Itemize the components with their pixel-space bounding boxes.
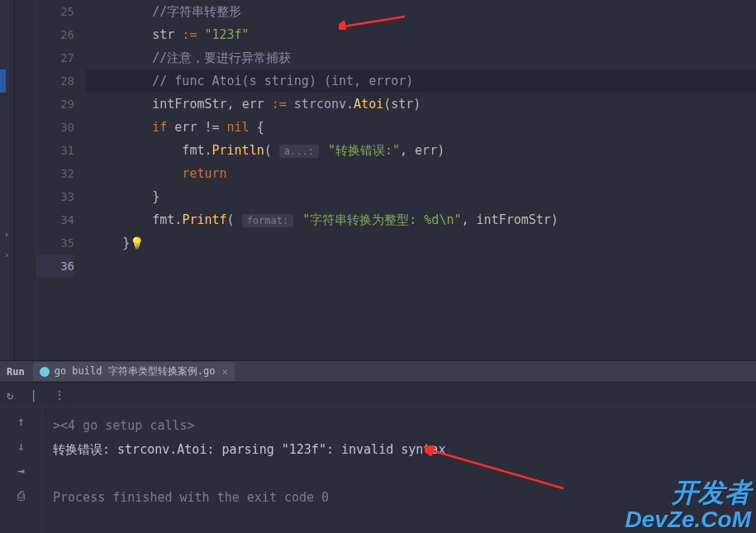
token: fmt. xyxy=(152,143,212,158)
code-line[interactable]: } xyxy=(86,185,756,208)
line-number: 26 xyxy=(37,23,74,46)
watermark-en: DevZe.CoM xyxy=(625,507,751,531)
line-number: 27 xyxy=(37,46,74,69)
token: str xyxy=(391,97,413,112)
token: err xyxy=(242,97,272,112)
token: Printf xyxy=(182,212,226,227)
token: // func Atoi(s string) (int, error) xyxy=(152,74,413,88)
token: ( xyxy=(383,97,391,112)
scroll-up-icon[interactable]: ↑ xyxy=(17,414,25,429)
token: Atoi xyxy=(354,97,383,112)
run-tool-window: Run go build 字符串类型转换案例.go × ↻ | ⋮ ↑ ↓ ⇥ … xyxy=(0,361,756,533)
code-line[interactable]: fmt.Println( a...: "转换错误:", err) xyxy=(86,139,756,162)
code-line[interactable] xyxy=(86,255,756,278)
token xyxy=(287,97,294,112)
rerun-icon[interactable]: ↻ xyxy=(7,388,13,402)
line-number: 36 xyxy=(37,255,74,278)
token: Println xyxy=(212,143,264,158)
run-tab[interactable]: go build 字符串类型转换案例.go × xyxy=(33,362,235,381)
token: ) xyxy=(413,97,421,112)
console-row: ↑ ↓ ⇥ ⎙ ><4 go setup calls>转换错误: strconv… xyxy=(0,407,756,533)
token: nil xyxy=(227,120,250,135)
console-side-actions: ↑ ↓ ⇥ ⎙ xyxy=(0,407,43,533)
more-icon[interactable]: ⋮ xyxy=(54,388,68,402)
token: //注意，要进行异常捕获 xyxy=(152,50,291,65)
line-number-gutter: 252627282930313233343536 xyxy=(37,0,86,360)
breakpoint-stripe[interactable] xyxy=(0,69,6,93)
watermark: 开发者 DevZe.CoM xyxy=(625,479,751,531)
line-number: 34 xyxy=(37,208,74,231)
close-icon[interactable]: × xyxy=(221,366,227,378)
code-line[interactable]: str := "123f" xyxy=(86,23,756,46)
token: "字符串转换为整型: %d\n" xyxy=(302,212,461,227)
token: //字符串转整形 xyxy=(152,4,241,19)
line-number: 30 xyxy=(37,116,74,139)
line-number: 35 xyxy=(37,231,74,255)
code-line[interactable]: if err != nil { xyxy=(86,116,756,139)
token: intFromStr xyxy=(152,97,226,112)
run-toolbar: ↻ | ⋮ xyxy=(0,383,756,407)
token xyxy=(321,143,328,158)
token: err != xyxy=(174,120,226,135)
project-tool-bar[interactable]: › › xyxy=(0,0,14,360)
token: if xyxy=(152,120,174,135)
soft-wrap-icon[interactable]: ⇥ xyxy=(17,464,25,478)
project-expand-icon-2[interactable]: › xyxy=(0,250,13,259)
print-icon[interactable]: ⎙ xyxy=(17,488,25,503)
code-line[interactable]: // func Atoi(s string) (int, error) xyxy=(86,69,756,93)
token: , intFromStr) xyxy=(461,212,558,227)
code-line[interactable]: //字符串转整形 xyxy=(86,0,756,23)
line-number: 32 xyxy=(37,162,74,185)
code-line[interactable]: //注意，要进行异常捕获 xyxy=(86,46,756,69)
console-output[interactable]: ><4 go setup calls>转换错误: strconv.Atoi: p… xyxy=(43,407,756,533)
code-line[interactable]: return xyxy=(86,162,756,185)
param-hint: format: xyxy=(242,214,294,227)
run-tabs-row: Run go build 字符串类型转换案例.go × xyxy=(0,361,756,383)
code-line[interactable]: }💡 xyxy=(86,231,756,255)
editor-area: › › 252627282930313233343536 //字符串转整形 st… xyxy=(0,0,756,361)
line-number: 33 xyxy=(37,185,74,208)
line-number: 31 xyxy=(37,139,74,162)
token: "转换错误:" xyxy=(328,143,400,158)
token: . xyxy=(346,97,354,112)
line-number: 29 xyxy=(37,93,74,116)
bulb-icon[interactable]: 💡 xyxy=(130,236,144,250)
param-hint: a...: xyxy=(279,145,319,158)
token: , xyxy=(227,97,242,112)
console-line: ><4 go setup calls> xyxy=(53,414,746,438)
token: , err) xyxy=(400,143,445,158)
token: } xyxy=(122,236,130,250)
token: ( xyxy=(227,212,242,227)
code-line[interactable]: fmt.Printf( format: "字符串转换为整型: %d\n", in… xyxy=(86,208,756,231)
token: := xyxy=(182,27,197,42)
token: fmt. xyxy=(152,212,182,227)
gutter-extra xyxy=(14,0,37,360)
token: { xyxy=(250,120,264,135)
code-editor[interactable]: //字符串转整形 str := "123f" //注意，要进行异常捕获 // f… xyxy=(86,0,756,360)
token: ( xyxy=(264,143,279,158)
console-line: 转换错误: strconv.Atoi: parsing "123f": inva… xyxy=(53,438,746,462)
token xyxy=(295,212,302,227)
line-number: 25 xyxy=(37,0,74,23)
token: strconv xyxy=(294,97,346,112)
token: return xyxy=(182,166,226,181)
scroll-down-icon[interactable]: ↓ xyxy=(17,439,25,454)
go-icon xyxy=(40,367,50,377)
separator-icon: | xyxy=(30,388,36,402)
run-tab-title: go build 字符串类型转换案例.go xyxy=(55,364,216,378)
token: "123f" xyxy=(204,27,249,42)
watermark-cn: 开发者 xyxy=(625,479,751,507)
token: := xyxy=(272,97,287,112)
token: } xyxy=(152,189,159,204)
project-expand-icon[interactable]: › xyxy=(0,230,13,239)
line-number: 28 xyxy=(37,69,74,93)
code-line[interactable]: intFromStr, err := strconv.Atoi(str) xyxy=(86,93,756,116)
run-label[interactable]: Run xyxy=(7,366,25,378)
token xyxy=(152,166,182,181)
token: str xyxy=(152,27,182,42)
